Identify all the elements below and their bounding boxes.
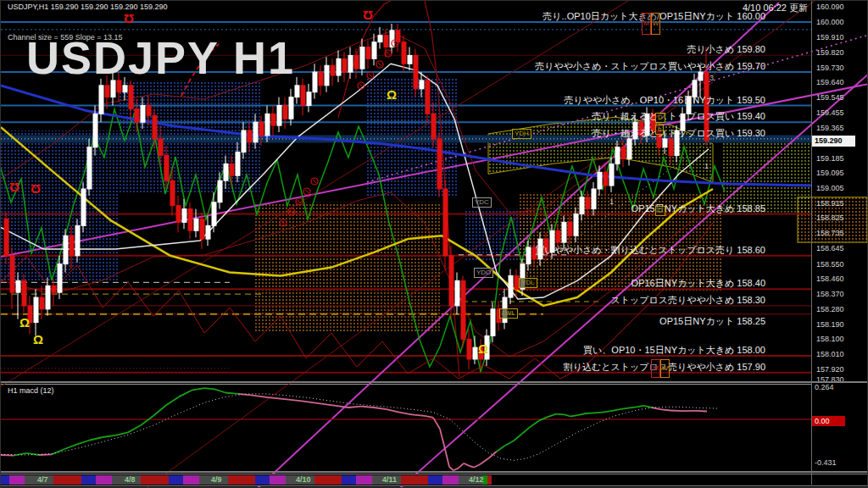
- macd-line-up: [192, 388, 204, 391]
- candle-body-up: [64, 236, 68, 263]
- session-segment: [270, 475, 286, 485]
- macd-line-up: [225, 393, 238, 394]
- candle-body-up: [34, 297, 38, 323]
- session-segment: [487, 475, 492, 485]
- panel-separator-2[interactable]: [1, 471, 868, 473]
- macd-line-up: [64, 444, 77, 449]
- candle-body-up: [455, 280, 459, 306]
- annotation-159.5: 売りやや小さめ、OP10・16日NYカット 159.50: [565, 94, 765, 107]
- session-segment: [401, 475, 428, 485]
- macd-line-down: [425, 416, 433, 418]
- tag-box-YDL: YDL: [519, 278, 537, 288]
- macd-line-up: [153, 405, 166, 416]
- macd-line-down: [319, 403, 336, 406]
- macd-line-up: [497, 446, 505, 452]
- axis-tick-159.365: 159.365: [816, 124, 844, 132]
- annotation-158.85: OP15日NYカット大きめ 158.85: [632, 202, 765, 215]
- session-segment: [428, 475, 442, 485]
- session-segment: [356, 475, 372, 485]
- candle-body-up: [491, 309, 495, 336]
- candle-body-down: [669, 139, 673, 156]
- candle-body-down: [129, 86, 133, 109]
- session-strip: 4/74/84/94/104/114/12: [1, 474, 868, 486]
- macd-line-up: [637, 406, 643, 407]
- buy-marker-icon: Ω: [33, 333, 43, 346]
- macd-line-down: [440, 429, 445, 449]
- date-label-4/8: 4/8: [125, 475, 136, 484]
- sell-signal-x: [359, 84, 363, 87]
- candle-body-up: [242, 130, 246, 152]
- macd-line-up: [514, 434, 522, 441]
- macd-line-down: [302, 401, 319, 403]
- annotation-159.8: 売り小さめ 159.80: [687, 43, 765, 56]
- sell-signal-x: [369, 74, 372, 77]
- macd-line-down: [464, 463, 469, 466]
- candle-body-up: [609, 164, 614, 186]
- macd-line-down: [445, 449, 449, 467]
- annotation-159.3: 売り・超えるとストップロス買い 159.30: [592, 127, 765, 140]
- candle-body-up: [325, 65, 329, 86]
- date-label-4/12: 4/12: [469, 475, 484, 484]
- macd-indicator-label: H1 macd (12): [8, 386, 54, 395]
- macd-line-up: [570, 415, 577, 416]
- candle-body-up: [348, 55, 353, 72]
- candle-body-up: [236, 152, 240, 176]
- macd-line-down: [670, 411, 683, 412]
- candle-body-up: [277, 106, 281, 126]
- candle-body-up: [16, 280, 20, 292]
- macd-line-down: [480, 458, 488, 464]
- candle-body-up: [408, 55, 412, 64]
- candle-body-down: [431, 114, 436, 139]
- candle-body-up: [526, 247, 531, 264]
- sell-signal-x: [378, 63, 381, 66]
- sell-signal-x: [387, 52, 390, 55]
- candle-body-down: [164, 156, 169, 181]
- candle-body-up: [289, 97, 293, 119]
- candle-body-down: [319, 72, 323, 86]
- sell-marker-icon: Ω: [31, 183, 41, 196]
- candle-body-down: [70, 236, 74, 256]
- panel-separator[interactable]: [1, 381, 868, 383]
- candle-body-down: [342, 58, 347, 72]
- axis-tick-158.915: 158.915: [816, 199, 844, 208]
- candle-body-up: [141, 106, 145, 123]
- macd-line-down: [469, 466, 474, 468]
- annotation-158: 買い、OP10・15日NYカット大きめ 158.00: [583, 344, 765, 357]
- candle-body-down: [604, 172, 608, 186]
- count-label-1: 1: [609, 197, 614, 206]
- candle-body-down: [248, 130, 252, 142]
- macd-line-up: [565, 414, 570, 416]
- candle-body-down: [153, 115, 157, 139]
- sell-marker-icon: Ω: [9, 181, 19, 194]
- macd-line-up: [620, 408, 628, 409]
- axis-tick-158.550: 158.550: [816, 260, 844, 269]
- candle-body-up: [580, 197, 584, 214]
- macd-line-up: [214, 389, 225, 392]
- macd-line-down: [268, 397, 285, 399]
- axis-tick-157.920: 157.920: [816, 365, 844, 374]
- macd-line-up: [643, 406, 652, 408]
- annotation-159.4: 売り・超えるとストップロス買い 159.40: [592, 110, 765, 123]
- macd-line-down: [459, 463, 464, 469]
- date-label-4/10: 4/10: [296, 475, 311, 484]
- session-segment: [255, 475, 270, 485]
- session-segment: [53, 475, 81, 485]
- chart-watermark: USDJPY H1: [26, 31, 295, 84]
- candle-body-up: [337, 58, 341, 75]
- cloud-khaki: [721, 137, 810, 213]
- candle-body-down: [105, 86, 109, 97]
- candle-body-up: [212, 202, 216, 226]
- session-segment: [96, 475, 112, 485]
- annotation-158.4: OP16日NYカット大きめ 158.40: [632, 277, 765, 290]
- sell-signal-x: [305, 190, 309, 193]
- macd-axis-bottom: -0.431: [815, 458, 837, 467]
- macd-line-down: [374, 408, 387, 409]
- candle-body-down: [384, 36, 388, 47]
- candle-body-up: [598, 172, 602, 189]
- macd-line-down: [412, 414, 425, 415]
- candle-body-up: [46, 286, 50, 309]
- count-label-3: 3: [709, 74, 714, 82]
- candle-body-down: [556, 230, 560, 242]
- candle-body-down: [414, 55, 418, 88]
- candle-body-up: [627, 139, 632, 159]
